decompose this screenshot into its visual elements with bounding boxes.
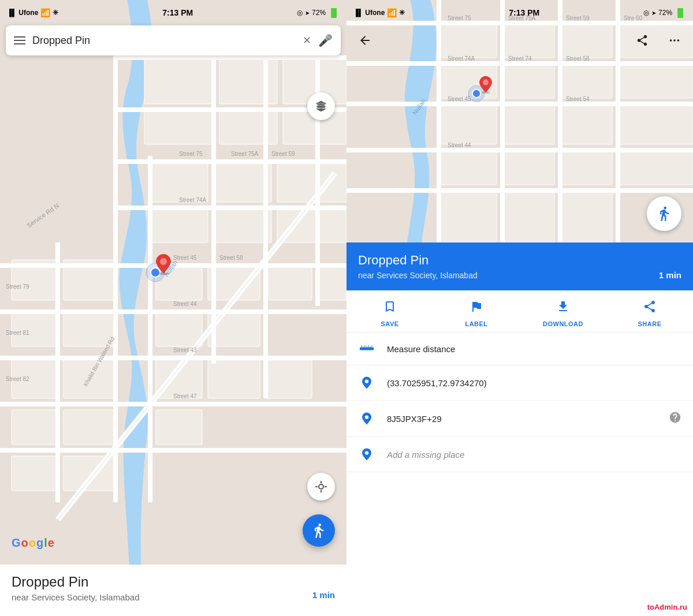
svg-rect-91 [618, 150, 693, 185]
label-button[interactable]: LABEL [433, 300, 520, 327]
svg-text:Street 82: Street 82 [6, 376, 29, 382]
svg-rect-87 [618, 104, 693, 144]
svg-text:Street 75: Street 75 [179, 151, 203, 157]
directions-fab-left[interactable] [303, 514, 335, 547]
bat-icon-right: ▐▌ [675, 8, 686, 17]
svg-rect-82 [560, 64, 612, 98]
svg-rect-86 [560, 104, 612, 144]
svg-rect-28 [12, 410, 58, 445]
svg-point-70 [319, 484, 323, 489]
top-right-icons [631, 29, 686, 52]
status-bar-right: ▐▌ Ufone 📶 ✳ 7:13 PM ◎ ➤ 72% ▐▌ [346, 0, 693, 25]
svg-rect-1 [144, 58, 214, 104]
help-icon[interactable] [669, 411, 681, 426]
my-location-button[interactable] [307, 473, 335, 501]
svg-rect-5 [219, 110, 277, 144]
loc-right: ◎ [643, 9, 649, 17]
location-icon: ◎ [297, 9, 303, 17]
search-input[interactable]: Dropped Pin [32, 35, 296, 47]
coordinates-text: (33.7025951,72.9734270) [387, 378, 487, 388]
pct-right: 72% [658, 9, 672, 17]
close-button[interactable]: ✕ [303, 34, 311, 47]
watermark: tоAdmin.ru [647, 603, 687, 611]
svg-text:Street 58: Street 58 [566, 55, 590, 62]
svg-point-130 [365, 379, 368, 383]
svg-text:Street 74: Street 74 [508, 55, 532, 62]
svg-rect-11 [214, 208, 271, 242]
svg-rect-8 [214, 162, 271, 202]
save-button[interactable]: SAVE [346, 300, 433, 327]
flag-icon [470, 300, 483, 317]
svg-rect-76 [439, 23, 497, 58]
travel-time-left: 1 min [312, 590, 335, 600]
time-right: 7:13 PM [509, 8, 539, 17]
place-subtitle-right: near Services Society, Islamabad [358, 271, 478, 280]
share-label: SHARE [638, 320, 661, 327]
svg-point-131 [365, 415, 368, 419]
right-panel: ▐▌ Ufone 📶 ✳ 7:13 PM ◎ ➤ 72% ▐▌ [346, 0, 693, 616]
svg-text:Street 81: Street 81 [6, 330, 29, 336]
search-bar: Dropped Pin ✕ 🎤 [6, 25, 341, 55]
svg-rect-83 [618, 64, 693, 98]
time-left: 7:13 PM [162, 8, 193, 17]
svg-rect-9 [277, 162, 346, 202]
bright-right: ✳ [399, 9, 405, 17]
arr-right: ➤ [651, 10, 656, 16]
download-button[interactable]: DOWNLOAD [520, 300, 606, 327]
mic-button[interactable]: 🎤 [318, 33, 333, 47]
bottom-info-left[interactable]: Dropped Pin near Services Society, Islam… [0, 565, 346, 616]
signal-right: ▐▌ Ufone [353, 9, 385, 17]
svg-rect-21 [156, 312, 202, 346]
menu-button[interactable] [14, 36, 25, 44]
detail-list: Measure distance (33.7025951,72.9734270)… [346, 333, 693, 616]
svg-rect-89 [502, 150, 554, 185]
svg-rect-19 [12, 312, 58, 346]
svg-rect-4 [144, 110, 214, 144]
svg-rect-84 [439, 104, 497, 144]
action-buttons: SAVE LABEL DOWNLOAD SHA [346, 290, 693, 333]
place-title-right: Dropped Pin [358, 253, 681, 268]
svg-text:Street 79: Street 79 [6, 283, 29, 290]
svg-rect-29 [64, 410, 116, 445]
svg-rect-27 [266, 358, 312, 398]
share-button[interactable]: SHARE [606, 300, 693, 327]
batt-right: ◎ ➤ 72% ▐▌ [643, 8, 686, 17]
back-button[interactable] [353, 29, 377, 52]
svg-point-116 [673, 39, 676, 42]
layers-button[interactable] [307, 92, 335, 120]
svg-text:Street 44: Street 44 [173, 301, 197, 307]
svg-text:Street 74A: Street 74A [179, 197, 207, 203]
svg-rect-17 [266, 266, 312, 300]
add-missing-place-row[interactable]: + Add a missing place [346, 437, 693, 472]
travel-time-right: 1 min [659, 270, 681, 280]
download-label: DOWNLOAD [543, 320, 583, 327]
svg-rect-18 [318, 266, 346, 300]
svg-rect-10 [150, 208, 208, 242]
svg-text:Street 44: Street 44 [448, 142, 471, 148]
place-subtitle-left: near Services Society, Islamabad [12, 592, 335, 602]
dropped-pin-left[interactable] [155, 253, 172, 277]
measure-distance-row[interactable]: Measure distance [346, 333, 693, 365]
svg-text:Street 74A: Street 74A [448, 55, 475, 62]
download-icon [556, 300, 570, 317]
svg-rect-94 [560, 191, 612, 242]
svg-point-117 [677, 39, 680, 42]
svg-rect-12 [277, 208, 346, 242]
svg-text:+: + [365, 456, 368, 461]
map-right[interactable]: Street 75 Street 75A Street 59 Stre 60 S… [346, 0, 693, 242]
signal-bars: ▐▌ Ufone [7, 9, 38, 17]
directions-fab-right[interactable] [647, 196, 681, 231]
coordinates-row[interactable]: (33.7025951,72.9734270) [346, 365, 693, 401]
dropped-pin-right[interactable] [478, 75, 493, 96]
wifi-right: 📶 [387, 8, 397, 17]
battery-pct: 72% [312, 9, 326, 17]
add-missing-place-text: Add a missing place [387, 450, 464, 460]
svg-rect-7 [150, 162, 208, 202]
more-button[interactable] [663, 29, 686, 52]
svg-rect-85 [502, 104, 554, 144]
map-left[interactable]: Service Rd N Street 75 Street 75A Street… [0, 0, 346, 616]
share-button-top[interactable] [631, 29, 654, 52]
svg-text:Street 43: Street 43 [173, 347, 197, 353]
label-label: LABEL [465, 320, 487, 327]
plus-code-row[interactable]: 8J5JPX3F+29 [346, 401, 693, 437]
